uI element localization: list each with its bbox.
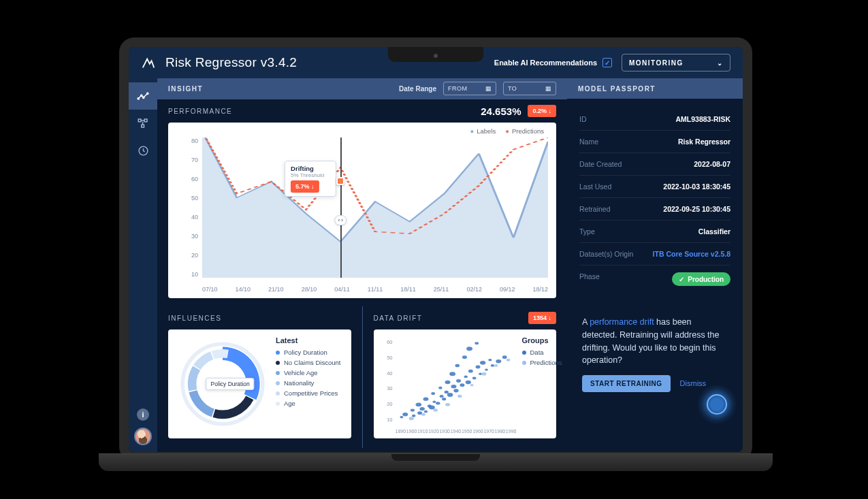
passport-row: Dataset(s) OriginITB Core Source v2.5.8 [579,243,730,265]
datadrift-card: 605040302010 189019001910192019301940195… [374,329,557,438]
svg-point-25 [438,387,443,389]
svg-point-2 [143,97,144,98]
phase-pill: Production [672,272,730,286]
checkbox-checked-icon: ✓ [602,58,612,67]
passport-title: MODEL PASSPORT [578,85,732,93]
svg-point-44 [479,373,482,375]
info-icon[interactable]: i [137,408,149,421]
passport-row: Date Created2022-08-07 [579,153,730,176]
legend-predictions: Predictions [505,127,544,135]
performance-delta-badge: 0.2% ↓ [528,105,556,117]
laptop-frame: Risk Regressor v3.4.2 Enable AI Recommen… [119,37,752,462]
svg-point-1 [141,95,142,96]
date-range-label: Date Range [399,85,436,93]
svg-point-47 [488,359,492,361]
svg-point-43 [475,342,479,344]
influences-card: Policy Duration Latest Policy DurationNo… [168,329,351,438]
drift-slider-handle[interactable]: ‹› [335,215,347,225]
laptop-base [99,453,773,471]
influences-title: INFLUENCES [168,315,351,322]
svg-point-23 [436,402,440,404]
date-to-input[interactable]: TO ▦ [503,82,556,95]
svg-point-32 [453,389,458,392]
svg-marker-8 [202,138,548,278]
app-body: i INSIGHT Date Range FROM ▦ TO [129,78,743,452]
legend-item: No Claims Discount [276,359,344,366]
ai-recommendations-toggle[interactable]: Enable AI Recommendations ✓ [494,58,612,67]
history-icon [138,145,149,157]
svg-point-12 [411,415,415,417]
svg-point-58 [494,364,498,367]
sidebar-item-pipeline[interactable] [129,110,157,137]
dataset-origin-link[interactable]: ITB Core Source v2.5.8 [653,250,730,258]
svg-point-55 [457,395,462,398]
subheader-title: INSIGHT [168,85,392,93]
performance-plot[interactable]: ‹› Drifting 5% Threshold 5.7% ↓ [202,138,548,278]
svg-point-14 [417,411,422,415]
passport-row: IDAML93883-RISK [579,108,730,131]
drift-marker-handle[interactable] [336,177,344,185]
datadrift-count-badge: 1354 ↓ [528,312,556,324]
svg-point-22 [431,392,435,395]
svg-point-31 [449,372,455,376]
svg-point-40 [466,347,472,351]
dismiss-link[interactable]: Dismiss [680,378,707,389]
svg-point-39 [468,370,472,373]
svg-point-36 [464,375,467,378]
performance-title: PERFORMANCE [168,108,474,115]
right-column: MODEL PASSPORT IDAML93883-RISKNameRisk R… [567,78,743,452]
view-mode-select[interactable]: MONITORING ⌄ [622,54,730,71]
datadrift-legend: Groups Data Predictions [522,336,562,436]
calendar-icon: ▦ [485,85,492,92]
main-content: PERFORMANCE 24.653% 0.2% ↓ Labels Predic… [157,99,567,452]
datadrift-scatter-chart[interactable]: 605040302010 189019001910192019301940195… [381,336,517,435]
user-avatar[interactable] [134,428,152,445]
performance-legend: Labels Predictions [470,127,545,135]
insight-subheader: INSIGHT Date Range FROM ▦ TO ▦ [157,78,567,99]
svg-point-0 [138,98,139,99]
ai-assistant-orb-icon[interactable] [696,384,737,425]
performance-section: PERFORMANCE 24.653% 0.2% ↓ Labels Predic… [157,99,567,298]
svg-point-17 [423,411,428,413]
legend-item: Policy Duration [276,349,344,356]
drift-alert: A performance drift has been detected. R… [577,308,733,400]
start-retraining-button[interactable]: START RETRAINING [582,375,671,392]
svg-point-53 [433,408,437,411]
legend-labels: Labels [470,127,496,135]
sidebar-item-history[interactable] [129,137,157,164]
svg-point-20 [429,405,435,409]
svg-point-54 [445,403,450,406]
svg-point-51 [408,417,413,420]
sidebar-item-insight[interactable] [129,82,157,110]
ai-toggle-label: Enable AI Recommendations [494,59,597,67]
influences-donut-chart[interactable]: Policy Duration [175,336,270,432]
insight-icon [137,90,149,102]
main-column: INSIGHT Date Range FROM ▦ TO ▦ [157,78,567,452]
svg-point-48 [490,364,494,367]
svg-rect-6 [142,125,144,127]
svg-point-3 [147,93,148,94]
datadrift-title: DATA DRIFT [374,315,521,322]
passport-row: TypeClassifier [579,221,730,243]
svg-point-37 [462,355,466,359]
svg-point-45 [479,361,485,365]
legend-item: Competitive Prices [276,389,344,397]
legend-item: Age [276,400,344,407]
passport-row: NameRisk Regressor [579,131,730,153]
chevron-down-icon: ⌄ [717,59,724,67]
legend-item: Nationality [276,379,344,387]
svg-point-15 [415,402,421,406]
svg-point-19 [423,397,428,400]
sidebar: i [129,78,157,452]
calendar-icon: ▦ [545,85,552,92]
passport-row: Retrained2022-09-25 10:30:45 [579,198,730,221]
drift-tooltip: Drifting 5% Threshold 5.7% ↓ [285,161,336,197]
svg-point-10 [400,416,403,418]
svg-point-46 [485,368,488,370]
svg-point-33 [456,379,461,383]
date-from-input[interactable]: FROM ▦ [443,82,496,95]
svg-point-13 [410,408,414,411]
svg-point-35 [460,383,464,387]
influences-section: INFLUENCES Policy Duration Latest [157,306,362,448]
svg-point-16 [419,407,425,411]
